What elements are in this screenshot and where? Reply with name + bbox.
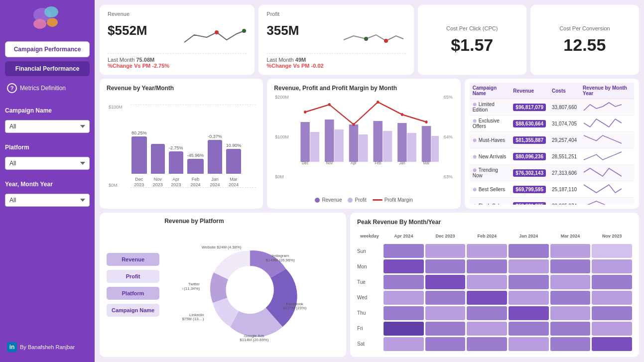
profit-filter-btn[interactable]: Profit [107,270,159,283]
year-month-filter-label: Year, Month Year [5,181,90,188]
heatmap-card: Peak Revenue By Month/Year weekdayApr 20… [350,213,639,357]
bar-jan2024 [208,140,222,174]
profit-value: 355M [266,23,299,38]
bar-chart-area: $100M $0M 80.25% Dec2023 Nov2023 [107,95,256,203]
heatmap-cell-Sun-5 [592,244,632,258]
line-y-axis-right: 65% 64% 63% [444,95,453,179]
heatmap-cell-Sat-1 [425,337,466,351]
heatmap-cell-Wed-1 [425,291,466,305]
platform-filter-btn[interactable]: Platform [107,287,159,300]
svg-text:Apr: Apr [351,160,357,165]
revenue-label: Revenue [108,11,247,17]
bottom-row: Revenue Profit Platform Campaign Name Re… [100,213,639,357]
expand-icon[interactable]: ⊕ [473,187,477,192]
campaign-name-cell: ⊕Best Sellers [470,181,511,198]
heatmap-col-1: Apr 2024 [384,233,424,242]
svg-text:$63M (11.34%): $63M (11.34%) [182,286,200,291]
svg-point-5 [242,29,246,33]
heatmap-cell-Fri-2 [467,322,507,336]
revenue-kpi-card: Revenue $552M Last Month 75.08M %Ch [100,5,255,75]
donut-title: Revenue by Platform [164,218,339,225]
svg-text:Instagram: Instagram [271,253,289,258]
heatmap-cell-Mon-5 [592,259,632,273]
heatmap-cell-Tue-4 [550,275,591,289]
heatmap-cell-Fri-3 [509,322,549,336]
cpc-label: Cost Per Click (CPC) [446,25,498,31]
campaign-name-filter-btn[interactable]: Campaign Name [107,304,159,317]
line-chart-svg: Dec Nov Apr Feb Jan Mar 2023 2023 2024 2… [296,97,438,167]
bar-chart-inner: $100M $0M 80.25% Dec2023 Nov2023 [107,95,256,203]
bar-nov2023 [151,144,165,174]
campaign-name-cell: ⊕New Arrivals [470,148,511,165]
chart-row: Revenue by Year/Month $100M $0M 80.25% D… [100,79,639,209]
table-row: ⊕Flash Sale$58,821,87522,065,074 [470,198,634,205]
campaign-name-filter-label: Campaign Name [5,107,90,114]
svg-point-3 [47,18,58,27]
cpa-label: Cost Per Conversion [559,25,610,31]
svg-text:Facebook: Facebook [286,302,303,306]
donut-panel: Revenue Profit Platform Campaign Name Re… [100,213,346,357]
expand-icon[interactable]: ⊕ [473,137,477,143]
heatmap-cell-Fri-5 [592,322,632,336]
campaign-table-card: Campaign Name Revenue Costs Revenue by M… [465,79,639,209]
expand-icon[interactable]: ⊕ [473,102,477,107]
svg-point-25 [425,121,428,123]
bar-chart-title: Revenue by Year/Month [107,85,256,92]
sidebar-metrics-definition[interactable]: ? Metrics Definition [5,80,90,96]
svg-rect-8 [301,122,310,162]
footer-text: By Banafsheh Ranjbar [20,344,75,350]
campaign-name-select[interactable]: All [5,120,90,133]
cpa-value: 12.55 [563,35,606,55]
expand-icon[interactable]: ⊕ [473,154,477,159]
grid-line-top [130,105,256,105]
trend-cell [580,165,634,181]
svg-rect-13 [359,134,368,162]
year-month-select[interactable]: All [5,194,90,207]
heatmap-cell-Tue-0 [384,275,424,289]
heatmap-col-0: weekday [357,233,382,242]
heatmap-cell-Thu-0 [384,306,424,320]
revenue-filter-btn[interactable]: Revenue [107,253,159,266]
bar-group-apr2023: -2.75% Apr2023 [169,145,183,188]
heatmap-cell-Thu-1 [425,306,466,320]
svg-text:2023: 2023 [326,165,333,167]
table-row: ⊕Trending Now$76,302,14327,313,606 [470,165,634,181]
profit-kpi-card: Profit 355M Last Month 49M %Change [258,5,413,75]
bar-group-dec2023: 80.25% Dec2023 [131,130,147,188]
campaign-name-cell: ⊕Limited Edition [470,99,511,116]
legend-profit-margin: Profit Margin [373,197,413,203]
profit-label: Profit [266,11,405,17]
heatmap-col-4: Jan 2024 [509,233,549,242]
expand-icon[interactable]: ⊕ [473,203,477,205]
expand-icon[interactable]: ⊕ [473,167,477,173]
line-chart-title: Revenue, Profit and Profit Margin by Mon… [274,85,453,92]
svg-text:Mar: Mar [423,160,430,165]
bar-mar2024 [226,149,242,174]
trend-cell [580,181,634,198]
svg-point-2 [33,19,46,29]
cpa-kpi-card: Cost Per Conversion 12.55 [530,5,639,75]
svg-text:$114M (20.69%): $114M (20.69%) [240,338,268,342]
heatmap-row-Mon: Mon [357,259,382,273]
svg-text:$127M (23%): $127M (23%) [283,306,307,310]
platform-select[interactable]: All [5,157,90,170]
kpi-row: Revenue $552M Last Month 75.08M %Ch [100,5,639,75]
svg-rect-11 [335,129,344,162]
heatmap-row-Fri: Fri [357,322,382,336]
heatmap-row-Sat: Sat [357,337,382,351]
costs-cell: 25,187,110 [549,181,580,198]
sidebar-item-financial-performance[interactable]: Financial Performance [5,61,90,76]
costs-cell: 28,551,251 [549,148,580,165]
line-chart-legend: Revenue Profit Profit Margin [274,197,453,203]
line-chart-area: $200M $100M $0M 65% 64% 63% [274,95,453,194]
table-row: ⊕Must-Haves$81,355,88729,257,404 [470,132,634,148]
svg-point-4 [215,30,219,34]
revenue-cell: $69,799,595 [510,181,549,198]
table-row: ⊕New Arrivals$80,096,23628,551,251 [470,148,634,165]
sidebar-item-campaign-performance[interactable]: Campaign Performance [5,41,90,57]
trend-cell [580,116,634,132]
heatmap-cell-Tue-3 [509,275,549,289]
heatmap-cell-Sat-4 [550,337,591,351]
expand-icon[interactable]: ⊕ [473,118,477,123]
svg-rect-16 [397,123,406,162]
